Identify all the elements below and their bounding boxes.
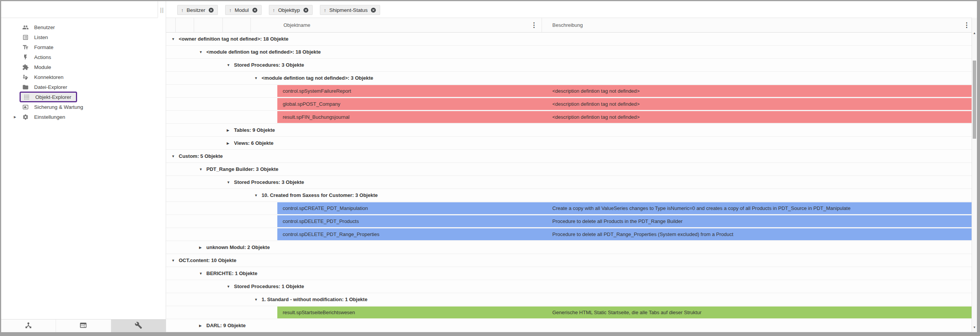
object-row-green[interactable]: result.spStartseiteBerichtswesenGenerisc… [277, 306, 972, 318]
sidebar-item-einstellungen[interactable]: ▶Einstellungen [1, 112, 158, 122]
tree-collapse-icon[interactable]: ▼ [199, 267, 203, 280]
column-header-objektname[interactable]: Objektname [283, 18, 310, 32]
tree-group-row[interactable]: ▶Tables: 9 Objekte [166, 124, 972, 137]
chip-close-icon[interactable] [252, 7, 258, 13]
tree-group-label: <owner definition tag not defined>: 18 O… [179, 33, 288, 45]
tree-collapse-icon[interactable]: ▼ [199, 163, 203, 175]
sidebar-item-datei-explorer[interactable]: Datei-Explorer [1, 82, 158, 92]
object-row-red[interactable]: result.spFIN_Buchungsjournal<description… [277, 111, 972, 123]
column-divider [542, 18, 542, 32]
chip-close-icon[interactable] [303, 7, 309, 13]
object-row-red[interactable]: control.spSystemFailureReport<descriptio… [277, 85, 972, 97]
tree-expand-icon[interactable]: ▶ [199, 241, 202, 254]
tree-collapse-icon[interactable]: ▼ [254, 72, 258, 84]
tree-collapse-icon[interactable]: ▼ [227, 280, 230, 293]
object-description: Procedure to delete all PDT_Range_Proper… [552, 231, 733, 237]
column-divider [250, 18, 251, 32]
lightning-icon [22, 54, 29, 61]
window-border-right [977, 0, 980, 336]
chip-close-icon[interactable] [371, 7, 376, 13]
tree-expand-icon[interactable]: ▶ [199, 319, 202, 332]
tree-collapse-icon[interactable]: ▼ [227, 59, 230, 71]
column-header-beschreibung[interactable]: Beschreibung [552, 18, 583, 32]
object-row-red[interactable]: global.spPOST_Company<description defint… [277, 98, 972, 110]
object-row-blue[interactable]: control.spCREATE_PDT_ManipulationCreate … [277, 202, 972, 214]
tree-group-row[interactable]: ▼<module defintion tag not definded>: 18… [166, 46, 972, 59]
tree-collapse-icon[interactable]: ▼ [254, 293, 258, 306]
column-divider [222, 18, 223, 32]
filter-chip-objekttyp[interactable]: ↑Objekttyp [269, 5, 313, 15]
tree-collapse-icon[interactable]: ▼ [227, 176, 230, 188]
tree-collapse-icon[interactable]: ▼ [171, 254, 175, 267]
sidebar-item-listen[interactable]: Listen [1, 32, 158, 42]
window-border-bottom [0, 332, 980, 336]
tree-collapse-icon[interactable]: ▼ [171, 150, 175, 162]
column-divider [194, 18, 194, 32]
tree-group-row[interactable]: ▼BERICHTE: 1 Objekte [166, 267, 972, 280]
tree-collapse-icon[interactable]: ▼ [171, 33, 175, 45]
filter-chip-modul[interactable]: ↑Modul [225, 5, 261, 15]
footer-tab-hierarchy[interactable] [1, 320, 56, 332]
tree-group-row[interactable]: ▼<module defintion tag not definded>: 3 … [166, 72, 972, 85]
tree-group-row[interactable]: ▼1. Standard - without modification: 1 O… [166, 293, 972, 306]
tree-group-row[interactable]: ▶unknown Modul: 2 Objekte [166, 241, 972, 254]
object-description: Procedure to delete all Products in the … [552, 218, 683, 224]
filter-chip-shipment-status[interactable]: ↑Shipment-Status [320, 5, 380, 15]
sidebar-item-label: Konnektoren [34, 74, 64, 80]
tree-group-label: Stored Procedures: 3 Objekte [234, 59, 304, 71]
tree-group-row[interactable]: ▼Custom: 5 Objekte [166, 150, 972, 163]
dot-grid-icon [23, 93, 30, 100]
tree-group-label: Views: 6 Objekte [234, 137, 273, 149]
sidebar-item-label: Listen [34, 34, 48, 40]
footer-tab-layout[interactable] [56, 320, 111, 332]
sidebar-item-label: Sicherung & Wartung [34, 104, 83, 110]
tree-collapse-icon[interactable]: ▼ [199, 46, 203, 58]
object-description: <description defintion tag not definded> [552, 114, 640, 120]
sidebar-item-module[interactable]: Module [1, 62, 158, 72]
tree-expand-icon[interactable]: ▶ [227, 124, 229, 136]
sidebar-item-konnektoren[interactable]: Konnektoren [1, 72, 158, 82]
sidebar-item-sicherung-wartung[interactable]: Sicherung & Wartung [1, 102, 158, 112]
sidebar-item-objekt-explorer[interactable]: Objekt-Explorer [1, 92, 158, 102]
text-format-icon [22, 44, 29, 51]
scrollbar-thumb[interactable] [973, 61, 976, 139]
gear-icon [22, 113, 29, 120]
splitter-handle[interactable]: || [158, 5, 166, 14]
object-description: Generische HTML Static Startseite, die a… [552, 310, 702, 315]
tree-group-row[interactable]: ▶DARL: 9 Objekte [166, 319, 972, 332]
tree-group-row[interactable]: ▼Stored Procedures: 1 Objekte [166, 280, 972, 293]
tree-group-row[interactable]: ▼<owner definition tag not defined>: 18 … [166, 33, 972, 46]
object-name: control.spDELETE_PDT_Products [277, 218, 359, 224]
table-header: Objektname Beschreibung ⋮ ⋮ [166, 18, 972, 33]
column-menu-icon[interactable]: ⋮ [963, 18, 970, 32]
tree-group-row[interactable]: ▶Views: 6 Objekte [166, 137, 972, 150]
tree-group-row[interactable]: ▼Stored Procedures: 3 Objekte [166, 176, 972, 189]
tree-group-label: Stored Procedures: 1 Objekte [234, 280, 304, 293]
sidebar-nav: BenutzerListenFormateActionsModuleKonnek… [1, 22, 158, 122]
filter-chip-besitzer[interactable]: ↑Besitzer [177, 5, 218, 15]
footer-tab-tools[interactable] [111, 320, 166, 332]
expander-icon[interactable]: ▶ [14, 115, 16, 119]
scroll-down-icon[interactable]: ▼ [972, 325, 977, 329]
object-row-blue[interactable]: control.spDELETE_PDT_Range_PropertiesPro… [277, 228, 972, 240]
object-name: global.spPOST_Company [277, 101, 340, 107]
object-row-blue[interactable]: control.spDELETE_PDT_ProductsProcedure t… [277, 215, 972, 227]
tree-collapse-icon[interactable]: ▼ [254, 189, 258, 202]
tree-group-row[interactable]: ▼Stored Procedures: 3 Objekte [166, 59, 972, 72]
sidebar-item-formate[interactable]: Formate [1, 42, 158, 52]
sort-ascending-icon: ↑ [324, 7, 326, 13]
tree-group-label: OCT.content: 10 Objekte [179, 254, 236, 267]
sidebar-item-actions[interactable]: Actions [1, 52, 158, 62]
tree-expand-icon[interactable]: ▶ [227, 137, 229, 149]
chip-close-icon[interactable] [208, 7, 214, 13]
layout-icon [79, 321, 87, 331]
tree-group-row[interactable]: ▼PDT_Range Builder: 3 Objekte [166, 163, 972, 176]
tree-group-label: <module defintion tag not definded>: 3 O… [262, 72, 373, 84]
object-description: <description defintion tag not definded> [552, 101, 640, 107]
sidebar-item-benutzer[interactable]: Benutzer [1, 22, 158, 32]
tree-group-row[interactable]: ▼OCT.content: 10 Objekte [166, 254, 972, 267]
tree-group-row[interactable]: ▼10. Created from Saxess for Customer: 3… [166, 189, 972, 202]
column-menu-icon[interactable]: ⋮ [530, 18, 537, 32]
scroll-up-icon[interactable]: ▲ [972, 31, 977, 35]
splitter-grip-icon: || [160, 7, 164, 13]
